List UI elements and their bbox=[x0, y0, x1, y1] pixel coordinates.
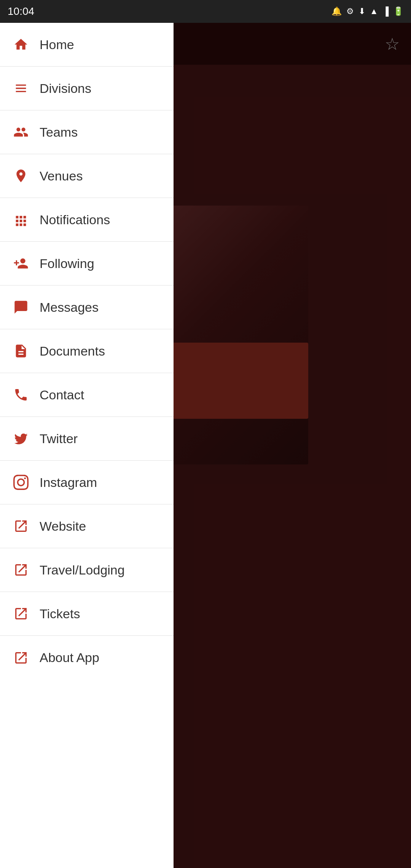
sidebar-item-home[interactable]: Home bbox=[0, 23, 174, 67]
messages-label: Messages bbox=[40, 300, 99, 315]
contact-label: Contact bbox=[40, 388, 84, 402]
status-time: 10:04 bbox=[8, 5, 34, 18]
tickets-icon bbox=[11, 604, 30, 623]
home-label: Home bbox=[40, 37, 74, 52]
about-icon bbox=[11, 648, 30, 667]
sidebar-item-following[interactable]: Following bbox=[0, 242, 174, 286]
sidebar-item-messages[interactable]: Messages bbox=[0, 286, 174, 329]
website-icon bbox=[11, 517, 30, 536]
messages-icon bbox=[11, 298, 30, 317]
overlay bbox=[174, 23, 411, 868]
signal-status-icon: ▐ bbox=[382, 6, 389, 16]
website-label: Website bbox=[40, 519, 86, 534]
venues-icon bbox=[11, 166, 30, 185]
documents-icon bbox=[11, 341, 30, 361]
tickets-label: Tickets bbox=[40, 606, 80, 621]
instagram-icon bbox=[11, 473, 30, 492]
contact-icon bbox=[11, 385, 30, 404]
sidebar-item-divisions[interactable]: Divisions bbox=[0, 67, 174, 110]
travel-icon bbox=[11, 560, 30, 579]
sidebar-item-about-app[interactable]: About App bbox=[0, 636, 174, 680]
status-icons: 🔔 ⚙ ⬇ ▲ ▐ 🔋 bbox=[331, 6, 403, 16]
sidebar-item-instagram[interactable]: Instagram bbox=[0, 461, 174, 504]
notifications-icon bbox=[11, 210, 30, 229]
settings-status-icon: ⚙ bbox=[346, 6, 354, 16]
about-app-label: About App bbox=[40, 650, 99, 665]
teams-label: Teams bbox=[40, 125, 78, 140]
sidebar-item-website[interactable]: Website bbox=[0, 504, 174, 548]
divisions-icon bbox=[11, 79, 30, 98]
instagram-label: Instagram bbox=[40, 475, 97, 490]
sidebar-item-tickets[interactable]: Tickets bbox=[0, 592, 174, 636]
twitter-label: Twitter bbox=[40, 431, 78, 446]
sidebar-item-travel-lodging[interactable]: Travel/Lodging bbox=[0, 548, 174, 592]
wifi-status-icon: ▲ bbox=[370, 6, 378, 16]
sidebar-item-teams[interactable]: Teams bbox=[0, 110, 174, 154]
travel-lodging-label: Travel/Lodging bbox=[40, 563, 125, 578]
status-bar: 10:04 🔔 ⚙ ⬇ ▲ ▐ 🔋 bbox=[0, 0, 411, 23]
documents-label: Documents bbox=[40, 344, 105, 359]
navigation-drawer: Home Divisions Teams Venues bbox=[0, 23, 174, 868]
sidebar-item-venues[interactable]: Venues bbox=[0, 154, 174, 198]
sidebar-item-notifications[interactable]: Notifications bbox=[0, 198, 174, 242]
download-status-icon: ⬇ bbox=[358, 6, 365, 16]
notification-status-icon: 🔔 bbox=[331, 6, 342, 16]
sidebar-item-twitter[interactable]: Twitter bbox=[0, 417, 174, 461]
divisions-label: Divisions bbox=[40, 81, 91, 96]
home-icon bbox=[11, 35, 30, 54]
sidebar-item-documents[interactable]: Documents bbox=[0, 329, 174, 373]
teams-icon bbox=[11, 123, 30, 142]
sidebar-item-contact[interactable]: Contact bbox=[0, 373, 174, 417]
following-icon bbox=[11, 254, 30, 273]
venues-label: Venues bbox=[40, 169, 83, 183]
notifications-label: Notifications bbox=[40, 212, 110, 227]
following-label: Following bbox=[40, 256, 94, 271]
twitter-icon bbox=[11, 429, 30, 448]
battery-status-icon: 🔋 bbox=[393, 6, 403, 16]
